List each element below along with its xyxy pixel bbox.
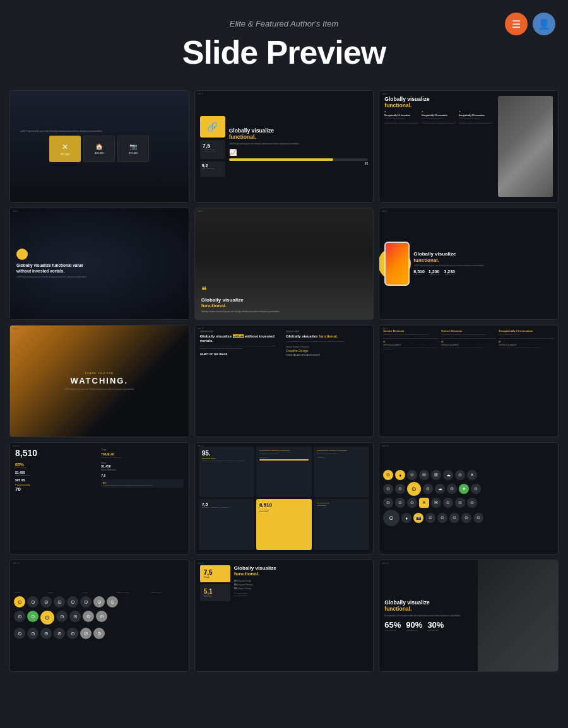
s14-left-blocks: 7,5 Design 5,1 Branding (200, 565, 230, 666)
s8-col1-text: Globally visualize functional grows user… (200, 345, 282, 349)
page-header: ☰ 👤 Elite & Featured Author's Item Slide… (0, 0, 568, 84)
s13-header-row: Desktop Tablet Mobile Display Content Mo… (14, 592, 185, 594)
s5-quote-mark: ❝ (201, 286, 367, 296)
slide-num-12: slide 12 (382, 445, 388, 447)
slide-thumb-6[interactable]: slide 6 Globally visualizefunctional. +2… (379, 208, 559, 320)
s6-phone-area (384, 242, 410, 286)
s2-progress-fill (229, 158, 334, 161)
s4-title: Globally visualize functional valuewitho… (16, 263, 87, 274)
slide-num-13: slide 13 (13, 562, 19, 565)
s3-left: Globally visualizefunctional. ⊙ Energist… (384, 96, 494, 197)
s2-chart-icon: 📈 (229, 149, 369, 156)
s15-stat1-label: Total Chart Year (384, 630, 401, 631)
s6-stat3-label: Download Click (444, 274, 455, 276)
s10-stat-95: $95 95. (15, 478, 97, 482)
s12-row-3: ⊙ ⊙ ⊙ ✕ ✉ ⊙ ⊙ ⊙ (383, 498, 554, 508)
s5-content: ❝ Globally visualizefunctional. Globally… (195, 208, 374, 319)
s5-desc: Globally visualize functional grows user… (201, 310, 367, 313)
slide-thumb-9[interactable]: slide 9 Service Elements Energistically … (379, 325, 559, 437)
s7-title: WATCHING. (71, 376, 128, 385)
s11-cards-grid: 95. Total Image Group Energetistically d… (199, 447, 370, 550)
s8-essential: ESSENTIAL AND SPECIALIST DESIGN (286, 354, 368, 356)
s15-stat3-label: Download Click (427, 630, 444, 631)
s8-col2-text: +200 Progressively grow user friendly in… (286, 341, 368, 343)
s8-col2-title: Globally visualize functional. (286, 334, 368, 339)
s10-main-label: Total Image Click (15, 458, 97, 460)
s8-col-right: Step By Step Globally visualize function… (286, 331, 368, 432)
slide-thumb-2[interactable]: slide 2 🔗 7,5 Total Image Group Energist… (194, 90, 374, 203)
s3-photo-bg (498, 96, 553, 197)
s15-title: Globally visualizefunctional. (384, 599, 553, 612)
s11-card-3: Energetistically dominate 2.0 innovation… (314, 447, 369, 497)
s14-block-design: 7,5 Design (200, 565, 230, 582)
s3-title: Globally visualizefunctional. (384, 96, 494, 109)
slide-thumb-15[interactable]: slide 15 Globally visualizefunctional. E… (379, 560, 559, 672)
s10-left: 8,510 Total Image Click 65% Email Market… (15, 448, 97, 549)
slides-grid: slide 1 +200 Progressively grow user fri… (0, 84, 568, 684)
s9-col-2: Service Elements Energistically 2.0 inno… (441, 329, 497, 433)
s13-row-2: ⊙ ⊙ ⊙ ⊙ ⊙ ⊙ ⊙ (14, 611, 185, 625)
slide-thumb-10[interactable]: slide 10 8,510 Total Image Click 65% Ema… (9, 442, 189, 555)
s11-card-4: 7,5 Energetistically dominate corporate … (199, 499, 254, 549)
slide-num-3: slide 3 (382, 93, 388, 95)
slide-num-15: slide 15 (382, 562, 388, 565)
s9-col-3: Energistically 2.0 innovation rather the… (499, 329, 554, 433)
featured-badge-icon: 👤 (533, 13, 555, 35)
s8-col1-title: Globally visualize value without investe… (200, 334, 282, 343)
slide-num-5: slide 5 (198, 210, 203, 213)
slide-num-14: slide 14 (198, 562, 204, 565)
elite-badge-icon: ☰ (505, 13, 528, 35)
slide-thumb-8[interactable]: slide 8 Step By Step Globally visualize … (194, 325, 374, 437)
s1-cards: ✕ $15,600 🏠 $35,200 📷 $70,400 (20, 136, 179, 162)
s7-content: Thank you for WATCHING. +200 Progressive… (10, 326, 189, 437)
s11-card-5-yellow: 8,510 Just the Element Icon Service (256, 499, 312, 549)
s8-heart-of-image: HEART OF THE IMAGE (200, 353, 282, 356)
slide-thumb-5[interactable]: slide 5 ❝ Globally visualizefunctional. … (194, 208, 374, 320)
s14-design-label: Design (204, 576, 227, 578)
s14-title: Globally visualizefunctional. (234, 565, 369, 577)
s1-card-3: 📷 $70,400 (117, 136, 149, 162)
s15-stat-2: 90% Foundation Click (406, 620, 422, 631)
slide-thumb-11[interactable]: slide 11 95. Total Image Group Energetis… (194, 442, 374, 555)
s2-stat2-num: 9,2 (202, 163, 223, 168)
s15-stat-3: 30% Download Click (427, 620, 444, 631)
s6-stat2-num: 1,200 (429, 269, 441, 274)
s15-stat2-label: Foundation Click (406, 630, 422, 631)
s3-columns: ⊙ Energistically 2.0 innovation rather t… (384, 110, 494, 124)
s6-stat3-num: 3,230 (444, 269, 455, 274)
slide-thumb-1[interactable]: slide 1 +200 Progressively grow user fri… (9, 90, 189, 203)
s14-desc-items: 90. Support Design 50. Support Design (234, 592, 369, 597)
s12-row-4: ⊙ ♦ 📷 ⊙ ⊙ ⊙ ⊙ ⊙ (383, 510, 554, 526)
s13-content: Desktop Tablet Mobile Display Content Mo… (14, 564, 185, 667)
s3-col-2: ⊙ Energistically 2.0 innovation rather t… (422, 110, 457, 124)
s6-title: Globally visualizefunctional. (413, 251, 553, 263)
s6-phone (384, 242, 410, 286)
s2-progress-track (229, 158, 369, 161)
s12-row-2: ⊙ ⊙ ⊙ ⊙ ☁ ⊙ ★ ⊙ (383, 482, 554, 496)
s10-stat-1450: $1,450 Total & Internet Items (15, 471, 97, 476)
s15-stat3-num: 30% (427, 620, 444, 630)
s10-content: 8,510 Total Image Click 65% Email Market… (15, 448, 184, 549)
s6-stat1-label: Total Chart (413, 274, 425, 276)
slide-thumb-3[interactable]: slide 3 Globally visualizefunctional. ⊙ … (379, 90, 559, 203)
s11-card-6: Just the Element Icon Service (314, 499, 369, 549)
s6-stat-3: 3,230 Download Click (444, 269, 455, 276)
s15-stats: 65% Total Chart Year 90% Foundation Clic… (384, 620, 553, 631)
s2-title-accent: functional. (229, 134, 256, 140)
slide-thumb-14[interactable]: slide 14 7,5 Design 5,1 Branding Globall… (194, 560, 374, 672)
s10-right: True TRUE,40 Energistically 2.0 innovati… (101, 448, 183, 549)
slide-thumb-7[interactable]: slide 7 Thank you for WATCHING. +200 Pro… (9, 325, 189, 437)
slide-thumb-12[interactable]: slide 12 ⊙ ♦ ⊙ ✉ ⊞ ☁ ⊙ ✕ ⊙ ⊙ ⊙ ⊙ ☁ ⊙ ★ (379, 442, 559, 555)
slide-num-9: slide 9 (382, 327, 388, 330)
s5-title: Globally visualizefunctional. (201, 297, 367, 309)
slide-thumb-13[interactable]: slide 13 Desktop Tablet Mobile Display C… (9, 560, 189, 672)
header-subtitle: Elite & Featured Author's Item (13, 19, 555, 28)
s6-stat1-num: 8,510 (413, 269, 425, 274)
slide-num-11: slide 11 (198, 445, 204, 447)
s15-stat-1: 65% Total Chart Year (384, 620, 401, 631)
top-icons: ☰ 👤 (505, 13, 555, 35)
s2-progress-number: 95 (229, 161, 369, 165)
s14-block-branding: 5,1 Branding (200, 584, 230, 601)
slide-thumb-4[interactable]: slide 4 Globally visualize functional va… (9, 208, 189, 320)
s6-stat2-label: Foundation Click (429, 274, 441, 276)
